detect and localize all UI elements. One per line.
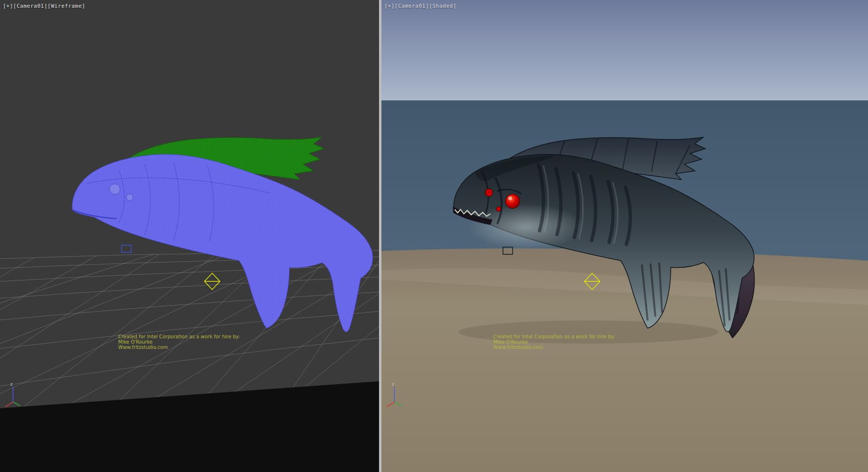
fish-eye-spot [109, 184, 120, 194]
grid-front-apron [0, 381, 379, 472]
bone-gizmo[interactable] [204, 273, 220, 290]
axis-z-label: z [392, 382, 394, 387]
fish-eye-tertiary [496, 207, 501, 211]
watermark: Created for Intel Corporation as a work … [118, 334, 240, 350]
fish-eye-spot-small [126, 194, 133, 201]
viewport-wireframe[interactable]: z [+][Camera01][Wireframe] Created for I… [0, 0, 379, 472]
fish-eye-main [505, 194, 520, 208]
watermark-line3: Www.fritzstudio.com [493, 345, 615, 350]
axis-x [5, 402, 13, 407]
fish-body-wires [72, 154, 373, 332]
fish-eye-secondary [485, 189, 493, 196]
watermark-line1: Created for Intel Corporation as a work … [118, 334, 240, 339]
viewport-label-wireframe[interactable]: [+][Camera01][Wireframe] [3, 3, 85, 9]
viewport-label-shaded[interactable]: [+][Camera01][Shaded] [384, 3, 457, 9]
watermark-line1: Created for Intel Corporation as a work … [493, 334, 615, 339]
viewport-shaded[interactable]: z [+][Camera01][Shaded] Created for Inte… [381, 0, 868, 472]
axis-z-label: z [10, 382, 13, 387]
sky [381, 0, 868, 100]
fish-eye-main-highlight [508, 196, 512, 200]
watermark: Created for Intel Corporation as a work … [493, 334, 615, 350]
watermark-line3: Www.fritzstudio.com [118, 345, 240, 350]
watermark-line2: Mike O'Rourke [493, 339, 615, 345]
fish-belly-highlight [468, 204, 584, 250]
axis-y [13, 402, 20, 406]
wireframe-scene: z [0, 0, 379, 472]
helper-box[interactable] [122, 245, 131, 252]
shaded-scene: z [381, 0, 868, 472]
fish-model-wireframe[interactable] [72, 137, 373, 332]
watermark-line2: Mike O'Rourke [118, 339, 240, 345]
application-window: z [+][Camera01][Wireframe] Created for I… [0, 0, 868, 472]
